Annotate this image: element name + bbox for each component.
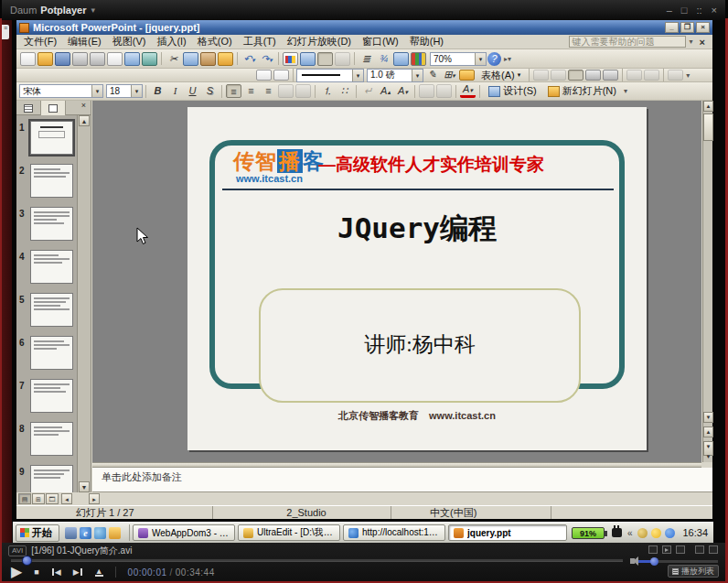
- notes-pane[interactable]: 单击此处添加备注: [92, 468, 712, 492]
- task-ultraedit[interactable]: UltraEdit - [D:\我的文档...: [238, 524, 340, 541]
- line-style-dropdown-icon[interactable]: ▾: [352, 70, 363, 81]
- hscroll-right-icon[interactable]: ▸: [89, 493, 100, 504]
- slide-thumbnail-7[interactable]: 7: [19, 379, 76, 419]
- toolbar-options-icon[interactable]: ▸▾: [504, 55, 511, 63]
- align-right-icon[interactable]: ≡: [261, 84, 276, 98]
- insert-table-icon[interactable]: [300, 52, 316, 66]
- outside-border-icon[interactable]: ⊞▾: [442, 70, 457, 81]
- repeat-icon[interactable]: [695, 545, 704, 554]
- playlist-toggle-button[interactable]: 播放列表: [668, 565, 719, 578]
- next-slide-button[interactable]: ▼▼: [703, 441, 713, 456]
- zoom-combo[interactable]: 70%▾: [430, 52, 487, 66]
- font-size-dropdown-icon[interactable]: ▾: [131, 85, 142, 97]
- tray-icon-2[interactable]: [651, 528, 661, 538]
- task-webappdom3[interactable]: WebAppDom3 - Microsof...: [133, 524, 235, 541]
- increase-indent-icon[interactable]: [436, 84, 452, 98]
- email-icon[interactable]: [72, 52, 88, 66]
- decrease-font-icon[interactable]: A▾: [395, 84, 411, 98]
- increase-font-icon[interactable]: A▴: [378, 84, 393, 98]
- show-desktop-icon[interactable]: [65, 527, 77, 539]
- text-direction-icon[interactable]: [668, 70, 683, 81]
- menu-format[interactable]: 格式(O): [192, 35, 238, 49]
- slide-sorter-view-button[interactable]: ⊞: [32, 493, 45, 504]
- ppt-titlebar[interactable]: Microsoft PowerPoint - [jquery.ppt] _ ❐ …: [16, 20, 712, 35]
- tables-and-borders-icon[interactable]: [317, 52, 333, 66]
- task-localhost[interactable]: http://localhost:1039/练...: [343, 524, 445, 541]
- align-left-icon[interactable]: ≡: [226, 84, 241, 98]
- tray-icon-3[interactable]: [665, 528, 675, 538]
- resize-icon[interactable]: [709, 545, 718, 554]
- redo-icon[interactable]: ↷▾: [259, 52, 274, 66]
- formatting-toolbar-options-icon[interactable]: ▾: [624, 87, 627, 95]
- player-layout-button[interactable]: ::: [696, 5, 701, 16]
- play-button[interactable]: ▶: [11, 565, 22, 579]
- line-weight-combo[interactable]: 1.0 磅▾: [367, 69, 423, 82]
- player-maximize-button[interactable]: □: [681, 5, 688, 16]
- table-menu-button[interactable]: 表格(A) ▾: [476, 68, 526, 83]
- paste-icon[interactable]: [200, 52, 216, 66]
- line-style-combo[interactable]: ▾: [296, 69, 364, 82]
- help-question-input[interactable]: 键入需要帮助的问题: [569, 36, 686, 48]
- stop-button[interactable]: ■: [34, 566, 38, 578]
- align-top-icon[interactable]: [568, 70, 583, 81]
- ppt-minimize-button[interactable]: _: [665, 22, 679, 33]
- eraser-icon[interactable]: [273, 70, 289, 81]
- speaker-icon[interactable]: [630, 558, 635, 564]
- grid-icon[interactable]: [393, 52, 409, 66]
- print-icon[interactable]: [90, 52, 105, 66]
- shadow-button[interactable]: S: [202, 84, 218, 98]
- research-icon[interactable]: [142, 52, 157, 66]
- line-weight-dropdown-icon[interactable]: ▾: [412, 70, 423, 81]
- split-cells-icon[interactable]: [551, 70, 566, 81]
- new-icon[interactable]: [20, 52, 36, 66]
- player-minimize-button[interactable]: –: [667, 5, 672, 16]
- internet-explorer-icon[interactable]: e: [80, 527, 91, 539]
- distribute-columns-icon[interactable]: [644, 70, 659, 81]
- draw-table-icon[interactable]: [256, 70, 272, 81]
- scroll-down-icon[interactable]: ▼: [703, 412, 713, 423]
- menu-insert[interactable]: 插入(I): [151, 35, 191, 49]
- menu-view[interactable]: 视图(V): [107, 35, 152, 49]
- volume-knob[interactable]: [650, 557, 658, 566]
- open-file-button[interactable]: ▲: [95, 568, 103, 577]
- task-jquery-ppt[interactable]: jquery.ppt: [448, 524, 567, 541]
- help-dropdown-icon[interactable]: ▾: [686, 38, 697, 46]
- font-name-dropdown-icon[interactable]: ▾: [91, 85, 102, 97]
- align-center-icon[interactable]: ≡: [243, 84, 259, 98]
- slide-canvas[interactable]: 传智播客 www.itcast.cn —高级软件人才实作培训专家 JQuery编…: [187, 107, 647, 450]
- previous-button[interactable]: ◀: [51, 566, 61, 578]
- spelling-icon[interactable]: [124, 52, 140, 66]
- volume-slider[interactable]: [638, 560, 718, 563]
- tab-slides[interactable]: [41, 101, 66, 115]
- menu-edit[interactable]: 编辑(E): [62, 35, 107, 49]
- open-icon[interactable]: [37, 52, 53, 66]
- zoom-dropdown-icon[interactable]: ▾: [475, 53, 486, 65]
- bold-button[interactable]: B: [150, 84, 166, 98]
- underline-button[interactable]: U: [185, 84, 200, 98]
- slide-thumbnail-5[interactable]: 5: [19, 293, 76, 333]
- slide-thumbnail-2[interactable]: 2: [19, 164, 76, 204]
- italic-button[interactable]: I: [167, 84, 183, 98]
- screen-size-icon[interactable]: [676, 545, 685, 554]
- panel-scroll-down-icon[interactable]: ▼: [79, 481, 90, 492]
- playlist-item-label[interactable]: [1/96] 01-JQuery简介.avi: [31, 545, 132, 557]
- expand-all-icon[interactable]: ≣: [359, 52, 374, 66]
- print-preview-icon[interactable]: [107, 52, 123, 66]
- aspect-ratio-icon[interactable]: [648, 545, 658, 554]
- menu-tools[interactable]: 工具(T): [238, 35, 282, 49]
- tray-icon-1[interactable]: [637, 528, 648, 538]
- copy-icon[interactable]: [183, 52, 198, 66]
- previous-slide-button[interactable]: ▲▲: [703, 426, 713, 437]
- save-icon[interactable]: [55, 52, 70, 66]
- scroll-up-icon[interactable]: ▲: [703, 101, 713, 112]
- hscroll-left-icon[interactable]: ◂: [61, 493, 72, 504]
- align-bottom-icon[interactable]: [603, 70, 618, 81]
- player-menu-caret-icon[interactable]: ▾: [91, 5, 95, 15]
- new-slide-button[interactable]: 新幻灯片(N): [542, 83, 622, 99]
- menu-slideshow[interactable]: 幻灯片放映(D): [282, 35, 357, 49]
- main-scrollbar[interactable]: ▲ ▼ ▲▲ ▼▼: [702, 101, 712, 462]
- media-folder-icon[interactable]: [109, 527, 121, 539]
- slide-thumbnail-9[interactable]: 9: [19, 465, 76, 492]
- decrease-indent-icon[interactable]: [419, 84, 434, 98]
- ppt-close-button[interactable]: ×: [696, 22, 710, 33]
